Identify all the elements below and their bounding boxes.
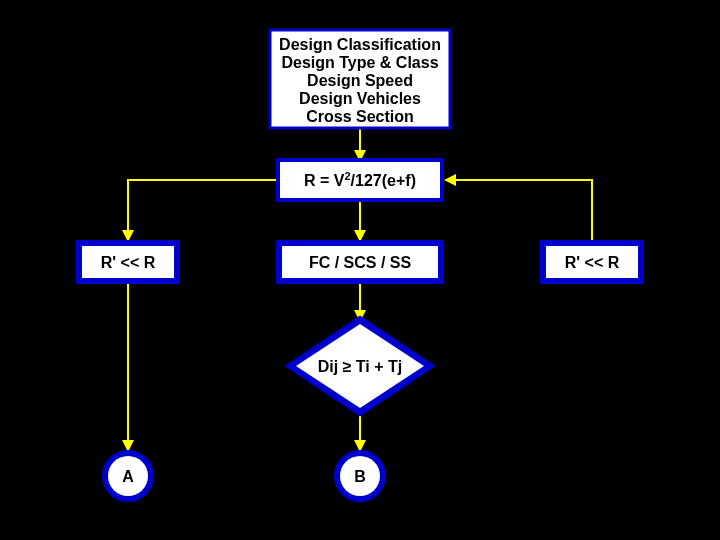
right-box: R' << R xyxy=(542,242,642,282)
decision-diamond: Dij ≥ Ti + Tj xyxy=(288,318,432,414)
circle-a-label: A xyxy=(122,468,134,485)
circle-b: B xyxy=(336,452,384,500)
left-box: R' << R xyxy=(78,242,178,282)
top-line1: Design Classification xyxy=(279,36,441,53)
right-box-label: R' << R xyxy=(565,254,620,271)
svg-marker-5 xyxy=(444,174,456,186)
formula-box: R = V2/127(e+f) xyxy=(278,160,442,200)
center-box: FC / SCS / SS xyxy=(278,242,442,282)
top-line2: Design Type & Class xyxy=(281,54,438,71)
formula-text: R = V2/127(e+f) xyxy=(304,170,416,189)
left-box-label: R' << R xyxy=(101,254,156,271)
top-line3: Design Speed xyxy=(307,72,413,89)
decision-label: Dij ≥ Ti + Tj xyxy=(318,358,403,375)
circle-b-label: B xyxy=(354,468,366,485)
top-box: Design Classification Design Type & Clas… xyxy=(268,28,450,128)
center-box-label: FC / SCS / SS xyxy=(309,254,412,271)
circle-a: A xyxy=(104,452,152,500)
top-line4: Design Vehicles xyxy=(299,90,421,107)
top-line5: Cross Section xyxy=(306,108,414,125)
